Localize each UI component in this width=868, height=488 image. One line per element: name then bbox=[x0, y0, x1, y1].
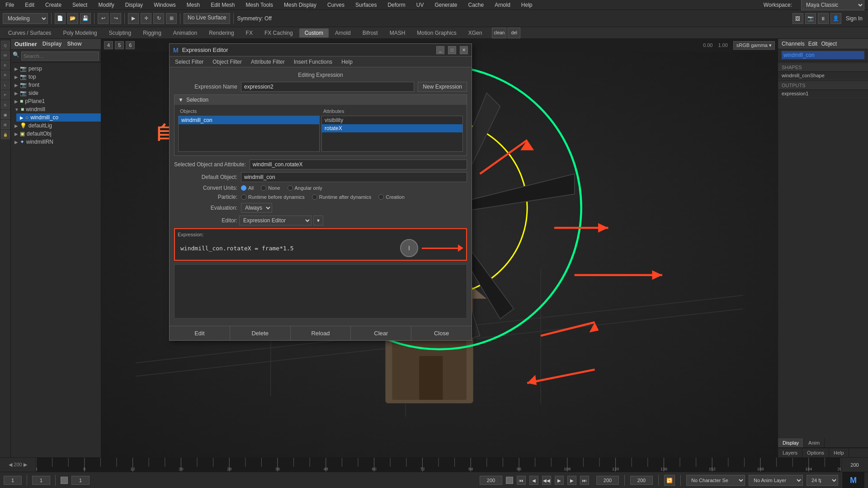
editor-dropdown[interactable]: Expression Editor bbox=[239, 216, 311, 225]
shelf-animation[interactable]: Animation bbox=[168, 28, 203, 38]
display-tab[interactable]: Display bbox=[778, 438, 804, 447]
tree-item-windmill-con[interactable]: ▶ ○ windmill_co bbox=[16, 113, 101, 122]
grid-icon-btn[interactable]: ⊞ bbox=[1, 120, 10, 129]
save-btn[interactable]: 💾 bbox=[80, 13, 91, 24]
minimize-btn[interactable]: _ bbox=[436, 46, 444, 54]
evaluation-dropdown[interactable]: Always bbox=[241, 203, 272, 213]
loop-btn[interactable]: 🔁 bbox=[664, 475, 675, 486]
play-fwd-btn[interactable]: ▶ bbox=[555, 476, 564, 485]
shelf-xgen[interactable]: XGen bbox=[463, 28, 488, 38]
options-tab[interactable]: Options bbox=[802, 448, 829, 457]
shelf-arnold[interactable]: Arnold bbox=[330, 28, 356, 38]
edit-btn[interactable]: Edit bbox=[170, 326, 230, 340]
expr-menu-insert-funcs[interactable]: Insert Functions bbox=[292, 58, 334, 66]
menu-arnold[interactable]: Arnold bbox=[493, 1, 512, 9]
selection-header[interactable]: ▼ Selection bbox=[175, 95, 467, 105]
sculpt-icon-btn[interactable]: S bbox=[1, 100, 10, 109]
particle-runtime-before[interactable]: Runtime before dynamics bbox=[241, 194, 305, 200]
tree-item-windmill[interactable]: ▼ ■ windmill bbox=[11, 105, 101, 113]
anim-tab[interactable]: Anim bbox=[804, 438, 825, 447]
mode-dropdown[interactable]: Modeling bbox=[3, 13, 48, 24]
rotate-icon-btn[interactable]: E bbox=[1, 61, 10, 70]
select-tool[interactable]: ▶ bbox=[128, 13, 139, 24]
menu-meshdisplay[interactable]: Mesh Display bbox=[282, 1, 318, 9]
tree-item-top[interactable]: ▶ 📷 top bbox=[11, 73, 101, 81]
new-expression-btn[interactable]: New Expression bbox=[418, 82, 467, 92]
shelf-clean-btn[interactable]: clean bbox=[492, 28, 506, 38]
play-back-btn[interactable]: ◀◀ bbox=[542, 476, 551, 485]
menu-curves[interactable]: Curves bbox=[326, 1, 346, 9]
menu-edit[interactable]: Edit bbox=[23, 1, 36, 9]
default-obj-input[interactable] bbox=[241, 172, 467, 182]
show-icon-btn[interactable]: ▣ bbox=[1, 110, 10, 119]
sign-in-btn[interactable]: 👤 bbox=[830, 13, 841, 24]
convert-all-radio[interactable] bbox=[241, 185, 246, 191]
undo-btn[interactable]: ↩ bbox=[98, 13, 108, 24]
no-live-surface-btn[interactable]: No Live Surface bbox=[184, 13, 230, 24]
pause-btn[interactable]: ⏸ bbox=[818, 13, 829, 24]
convert-angular[interactable]: Angular only bbox=[288, 185, 322, 191]
menu-mesh[interactable]: Mesh bbox=[185, 1, 202, 9]
frame-val-input[interactable] bbox=[71, 476, 90, 485]
object-windmill-con[interactable]: windmill_con bbox=[179, 116, 319, 124]
scale-icon-btn[interactable]: R bbox=[1, 70, 10, 80]
scale-tool[interactable]: ⊞ bbox=[166, 13, 177, 24]
menu-deform[interactable]: Deform bbox=[386, 1, 407, 9]
paint-icon-btn[interactable]: P bbox=[1, 90, 10, 99]
shelf-del-btn[interactable]: del bbox=[508, 28, 520, 38]
particle-creation[interactable]: Creation bbox=[378, 194, 405, 200]
open-btn[interactable]: 📂 bbox=[67, 13, 78, 24]
range-end-input[interactable] bbox=[596, 476, 619, 485]
shelf-fx-caching[interactable]: FX Caching bbox=[259, 28, 298, 38]
tree-item-defaultobj[interactable]: ▶ ▣ defaultObj bbox=[11, 130, 101, 138]
select-icon-btn[interactable]: Q bbox=[1, 41, 10, 50]
particle-after-radio[interactable] bbox=[312, 194, 317, 200]
edit-tab[interactable]: Edit bbox=[808, 41, 818, 47]
shelf-curves-surfaces[interactable]: Curves / Surfaces bbox=[3, 28, 57, 38]
particle-creation-radio[interactable] bbox=[378, 194, 384, 200]
shelf-poly-modeling[interactable]: Poly Modeling bbox=[57, 28, 102, 38]
shelf-mash[interactable]: MASH bbox=[384, 28, 411, 38]
menu-uv[interactable]: UV bbox=[415, 1, 426, 9]
menu-help[interactable]: Help bbox=[519, 1, 534, 9]
menu-modify[interactable]: Modify bbox=[96, 1, 116, 9]
fps-dropdown[interactable]: 24 fps bbox=[807, 475, 838, 486]
tree-item-pplane1[interactable]: ▶ ■ pPlane1 bbox=[11, 97, 101, 105]
expr-menu-attr-filter[interactable]: Attribute Filter bbox=[249, 58, 287, 66]
convert-all[interactable]: All bbox=[241, 185, 254, 191]
delete-btn[interactable]: Delete bbox=[230, 326, 291, 340]
menu-create[interactable]: Create bbox=[43, 1, 63, 9]
close-btn[interactable]: ✕ bbox=[460, 46, 468, 54]
shelf-sculpting[interactable]: Sculpting bbox=[104, 28, 137, 38]
new-file-btn[interactable]: 📄 bbox=[55, 13, 66, 24]
menu-file[interactable]: File bbox=[4, 1, 16, 9]
playback-end-input[interactable] bbox=[480, 476, 502, 485]
shelf-rigging[interactable]: Rigging bbox=[137, 28, 167, 38]
particle-before-radio[interactable] bbox=[241, 194, 246, 200]
close-dialog-btn[interactable]: Close bbox=[411, 326, 472, 340]
expr-menu-help[interactable]: Help bbox=[340, 58, 354, 66]
end-frame-input[interactable] bbox=[630, 476, 653, 485]
camera-btn[interactable]: 📷 bbox=[805, 13, 816, 24]
render-btn[interactable]: 🖼 bbox=[793, 13, 803, 24]
char-set-dropdown[interactable]: No Character Set bbox=[686, 475, 745, 486]
attributes-list[interactable]: visibility rotateX bbox=[321, 116, 463, 152]
convert-none-radio[interactable] bbox=[261, 185, 266, 191]
attr-visibility[interactable]: visibility bbox=[322, 116, 462, 124]
shelf-fx[interactable]: FX bbox=[241, 28, 258, 38]
expression-code-input[interactable] bbox=[178, 243, 396, 253]
outliner-show-btn[interactable]: Show bbox=[67, 41, 82, 47]
menu-editmesh[interactable]: Edit Mesh bbox=[209, 1, 236, 9]
clear-btn[interactable]: Clear bbox=[351, 326, 411, 340]
editor-expand-btn[interactable]: ▾ bbox=[313, 216, 323, 225]
menu-display[interactable]: Display bbox=[123, 1, 145, 9]
sel-obj-attr-input[interactable] bbox=[250, 160, 467, 169]
convert-none[interactable]: None bbox=[261, 185, 280, 191]
move-icon-btn[interactable]: W bbox=[1, 51, 10, 60]
shelf-motion-graphics[interactable]: Motion Graphics bbox=[411, 28, 462, 38]
object-tab[interactable]: Object bbox=[821, 41, 837, 47]
prev-key-btn[interactable]: ⏮ bbox=[517, 476, 526, 485]
current-frame-input[interactable] bbox=[32, 476, 50, 485]
prev-frame-btn[interactable]: ◀ bbox=[529, 476, 538, 485]
tree-item-windmillrn[interactable]: ▶ ✦ windmillRN bbox=[11, 138, 101, 146]
